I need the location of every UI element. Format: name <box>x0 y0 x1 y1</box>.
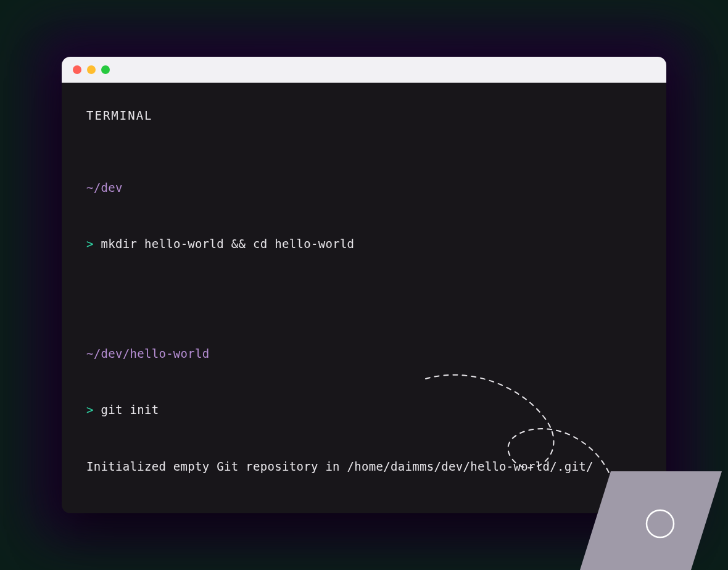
terminal-heading: TERMINAL <box>86 106 642 125</box>
output-line: Initialized empty Git repository in /hom… <box>86 457 642 476</box>
zoom-icon[interactable] <box>101 65 110 74</box>
terminal-body[interactable]: TERMINAL ~/dev > mkdir hello-world && cd… <box>62 83 666 513</box>
terminal-block: ~/dev > mkdir hello-world && cd hello-wo… <box>86 141 642 291</box>
terminal-block: ~/dev/hello-world > git init Initialized… <box>86 307 642 513</box>
command-line: > mkdir hello-world && cd hello-world <box>86 234 642 253</box>
prompt-symbol: > <box>86 403 94 416</box>
prompt-line: ~/dev/hello-world <box>86 344 642 363</box>
cwd-path: ~/dev/hello-world <box>86 347 210 360</box>
minimize-icon[interactable] <box>87 65 96 74</box>
window-titlebar <box>62 57 666 83</box>
prompt-line: ~/dev <box>86 178 642 197</box>
cwd-path: ~/dev <box>86 181 123 194</box>
prompt-symbol: > <box>86 237 94 250</box>
close-icon[interactable] <box>73 65 81 74</box>
command-text: git init <box>101 403 159 416</box>
terminal-window: TERMINAL ~/dev > mkdir hello-world && cd… <box>62 57 666 513</box>
command-text: mkdir hello-world && cd hello-world <box>101 237 355 250</box>
command-line: > git init <box>86 400 642 419</box>
